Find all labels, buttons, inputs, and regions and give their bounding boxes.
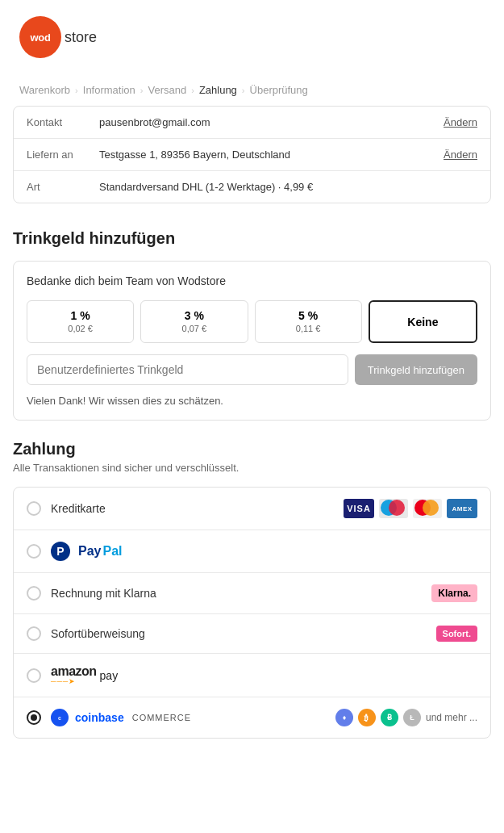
- tip-section-title: Trinkgeld hinzufügen: [0, 223, 504, 261]
- tip-btn-none-label: Keine: [377, 316, 469, 329]
- tip-input-row: Trinkgeld hinzufügen: [27, 354, 477, 385]
- logo-circle-text: wod: [30, 31, 50, 44]
- visa-icon: VISA: [344, 499, 374, 518]
- breadcrumb-information[interactable]: Information: [83, 84, 135, 96]
- payment-label-kreditkarte: Kreditkarte: [51, 502, 344, 515]
- radio-kreditkarte: [27, 501, 41, 516]
- info-action-liefern[interactable]: Ändern: [444, 149, 477, 161]
- tip-buttons: 1 % 0,02 € 3 % 0,07 € 5 % 0,11 € Keine: [27, 300, 477, 343]
- payment-row-klarna[interactable]: Rechnung mit Klarna Klarna.: [14, 573, 490, 614]
- info-row-liefern: Liefern an Testgasse 1, 89356 Bayern, De…: [14, 139, 490, 171]
- logo-circle: wod: [19, 16, 61, 58]
- amazon-text: amazon: [51, 665, 97, 678]
- info-row-art: Art Standardversand DHL (1-2 Werktage) ·…: [14, 171, 490, 203]
- coinbase-logo: c coinbase COMMERCE: [51, 709, 191, 726]
- breadcrumb-zahlung[interactable]: Zahlung: [199, 84, 237, 96]
- info-value-kontakt: pausenbrot@gmail.com: [99, 116, 444, 128]
- tip-message: Bedanke dich beim Team von Wodstore: [27, 274, 477, 287]
- breadcrumb-warenkorb[interactable]: Warenkorb: [19, 84, 70, 96]
- payment-label-sofort: Sofortüberweisung: [51, 627, 436, 640]
- coinbase-commerce-text: COMMERCE: [132, 713, 191, 722]
- sofort-badge: Sofort.: [436, 626, 477, 642]
- amex-icon: AMEX: [447, 499, 477, 518]
- radio-amazon: [27, 668, 41, 683]
- payment-row-sofort[interactable]: Sofortüberweisung Sofort.: [14, 614, 490, 654]
- payment-icons-klarna: Klarna.: [431, 584, 477, 602]
- info-label-art: Art: [27, 181, 99, 193]
- amazon-arrow: ───➤: [51, 678, 97, 685]
- payment-icons-coinbase: ♦ ₿ Ƀ Ł und mehr ...: [335, 709, 477, 726]
- klarna-badge: Klarna.: [431, 584, 477, 602]
- payment-row-amazon[interactable]: amazon ───➤ pay: [14, 654, 490, 697]
- info-label-liefern: Liefern an: [27, 149, 99, 161]
- tip-box: Bedanke dich beim Team von Wodstore 1 % …: [13, 261, 491, 421]
- payment-label-klarna: Rechnung mit Klarna: [51, 587, 431, 600]
- info-value-art: Standardversand DHL (1-2 Werktage) · 4,9…: [99, 181, 477, 193]
- info-row-kontakt: Kontakt pausenbrot@gmail.com Ändern: [14, 107, 490, 139]
- amazon-logo: amazon ───➤ pay: [51, 665, 118, 685]
- tip-btn-1percent[interactable]: 1 % 0,02 €: [27, 300, 134, 343]
- logo-store-text: store: [65, 29, 97, 46]
- payment-icons-kreditkarte: VISA AMEX: [344, 499, 477, 518]
- bch-icon: Ƀ: [381, 709, 398, 726]
- more-text: und mehr ...: [426, 712, 477, 723]
- tip-btn-3percent[interactable]: 3 % 0,07 €: [140, 300, 248, 343]
- payment-row-coinbase[interactable]: c coinbase COMMERCE ♦ ₿ Ƀ Ł und mehr ...: [14, 697, 490, 738]
- tip-add-button[interactable]: Trinkgeld hinzufügen: [355, 354, 477, 385]
- coinbase-text: coinbase: [75, 711, 124, 724]
- tip-btn-5percent-label: 5 %: [262, 309, 355, 322]
- svg-text:c: c: [58, 715, 61, 721]
- tip-btn-5percent-amount: 0,11 €: [296, 324, 321, 333]
- breadcrumb-sep-3: ›: [191, 86, 194, 95]
- info-box: Kontakt pausenbrot@gmail.com Ändern Lief…: [13, 106, 491, 203]
- mastercard-icon: [413, 499, 442, 518]
- info-value-liefern: Testgasse 1, 89356 Bayern, Deutschland: [99, 149, 444, 161]
- payment-section: Zahlung Alle Transaktionen sind sicher u…: [0, 440, 504, 739]
- payment-row-paypal[interactable]: P Pay Pal: [14, 530, 490, 573]
- paypal-text-1: Pay: [78, 544, 101, 559]
- payment-title: Zahlung: [13, 440, 491, 458]
- tip-custom-input[interactable]: [27, 354, 348, 385]
- breadcrumb-ueberpruefung[interactable]: Überprüfung: [250, 84, 308, 96]
- tip-btn-none[interactable]: Keine: [369, 300, 477, 343]
- info-label-kontakt: Kontakt: [27, 116, 99, 128]
- coinbase-icon: c: [54, 712, 65, 723]
- payment-row-kreditkarte[interactable]: Kreditkarte VISA AMEX: [14, 488, 490, 530]
- tip-btn-5percent[interactable]: 5 % 0,11 €: [255, 300, 362, 343]
- paypal-icon: P: [51, 542, 70, 561]
- tip-btn-3percent-amount: 0,07 €: [182, 324, 207, 333]
- tip-btn-1percent-label: 1 %: [34, 309, 127, 322]
- amazon-text-group: amazon ───➤: [51, 665, 97, 685]
- tip-btn-1percent-amount: 0,02 €: [68, 324, 93, 333]
- paypal-logo: P Pay Pal: [51, 542, 122, 561]
- tip-thanks: Vielen Dank! Wir wissen dies zu schätzen…: [27, 395, 477, 407]
- breadcrumb-sep-4: ›: [242, 86, 245, 95]
- radio-paypal: [27, 544, 41, 559]
- tip-btn-3percent-label: 3 %: [148, 309, 240, 322]
- radio-sofort: [27, 626, 41, 641]
- breadcrumb-versand[interactable]: Versand: [148, 84, 187, 96]
- amazon-pay-text: pay: [100, 669, 119, 682]
- payment-icons-sofort: Sofort.: [436, 626, 477, 642]
- eth-icon: ♦: [335, 709, 353, 726]
- info-action-kontakt[interactable]: Ändern: [444, 116, 477, 128]
- payment-box: Kreditkarte VISA AMEX: [13, 487, 491, 739]
- payment-subtitle: Alle Transaktionen sind sicher und versc…: [13, 462, 491, 474]
- maestro-icon: [379, 499, 408, 518]
- breadcrumb: Warenkorb › Information › Versand › Zahl…: [0, 84, 504, 106]
- breadcrumb-sep-2: ›: [140, 86, 144, 95]
- breadcrumb-sep-1: ›: [75, 86, 78, 95]
- ltc-icon: Ł: [403, 709, 421, 726]
- paypal-text-2: Pal: [102, 544, 122, 559]
- radio-coinbase: [27, 710, 41, 725]
- coinbase-circle: c: [51, 709, 69, 726]
- btc-icon: ₿: [358, 709, 376, 726]
- radio-klarna: [27, 586, 41, 601]
